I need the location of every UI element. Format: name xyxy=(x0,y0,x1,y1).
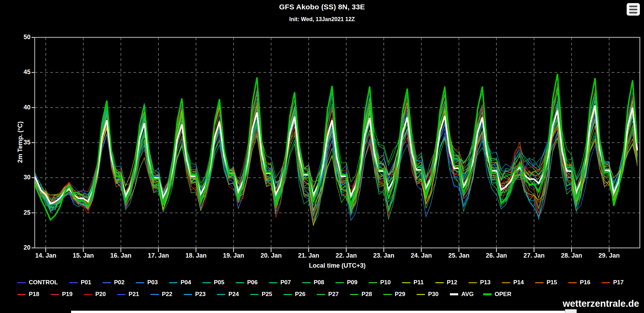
legend-label: P10 xyxy=(380,279,391,286)
legend-item-p25: P25 xyxy=(250,291,284,298)
legend-label: P26 xyxy=(295,291,305,298)
horizontal-scrollbar[interactable] xyxy=(71,311,576,313)
legend-item-p27: P27 xyxy=(317,291,350,298)
legend-label: P06 xyxy=(247,279,258,286)
legend-item-p30: P30 xyxy=(417,291,450,298)
legend-label: P02 xyxy=(114,279,124,286)
legend-item-p23: P23 xyxy=(184,291,217,298)
legend-label: P30 xyxy=(428,291,438,298)
legend-item-p16: P16 xyxy=(568,279,602,286)
legend-item-p07: P07 xyxy=(269,279,302,286)
legend-line-swatch xyxy=(202,282,211,283)
y-tick-label: 30 xyxy=(10,174,31,181)
legend-label: P05 xyxy=(214,279,224,286)
legend-label: P03 xyxy=(147,279,158,286)
horizontal-scrollbar-thumb[interactable] xyxy=(565,309,577,313)
legend-item-p17: P17 xyxy=(602,279,635,286)
legend-line-swatch xyxy=(103,282,111,283)
y-tick-label: 45 xyxy=(10,69,31,76)
legend-row-1: CONTROLP01P02P03P04P05P06P07P08P09P10P11… xyxy=(17,279,638,286)
legend-label: P20 xyxy=(95,291,106,298)
legend-line-swatch xyxy=(169,282,177,283)
legend-item-p12: P12 xyxy=(435,279,469,286)
legend-item-p26: P26 xyxy=(284,291,317,298)
legend-label: P08 xyxy=(314,279,324,286)
x-tick-label: 25. Jan xyxy=(443,252,475,259)
x-tick-label: 29. Jan xyxy=(593,252,625,259)
legend-item-p15: P15 xyxy=(535,279,568,286)
legend-label: OPER xyxy=(495,291,511,298)
legend-line-swatch xyxy=(402,282,410,283)
legend-line-swatch xyxy=(383,294,392,295)
legend-label: CONTROL xyxy=(29,279,58,286)
legend-label: P07 xyxy=(280,279,291,286)
legend-line-swatch xyxy=(450,293,458,295)
legend-label: P29 xyxy=(395,291,405,298)
legend-item-p22: P22 xyxy=(150,291,184,298)
legend-line-swatch xyxy=(502,282,510,283)
legend-item-p24: P24 xyxy=(217,291,250,298)
legend-line-swatch xyxy=(117,294,125,295)
x-tick-label: 19. Jan xyxy=(218,252,249,259)
x-tick-label: 14. Jan xyxy=(30,252,61,259)
legend-line-swatch xyxy=(17,294,26,295)
legend-item-p05: P05 xyxy=(202,279,236,286)
x-tick-label: 23. Jan xyxy=(368,252,399,259)
legend-row-2: P18P19P20P21P22P23P24P25P26P27P28P29P30A… xyxy=(17,291,638,298)
x-tick-label: 20. Jan xyxy=(255,252,287,259)
legend-line-swatch xyxy=(535,282,543,283)
app-root: GFS Akobo (SS) 8N, 33E Init: Wed, 13Jan2… xyxy=(0,0,644,313)
legend-label: P17 xyxy=(613,279,624,286)
legend-item-p28: P28 xyxy=(350,291,383,298)
legend-line-swatch xyxy=(302,282,311,283)
legend-label: P12 xyxy=(447,279,457,286)
legend-line-swatch xyxy=(469,282,477,283)
y-tick-label: 25 xyxy=(10,209,31,216)
legend-item-p20: P20 xyxy=(84,291,117,298)
legend-item-p04: P04 xyxy=(169,279,202,286)
legend-item-p09: P09 xyxy=(336,279,369,286)
legend-item-p19: P19 xyxy=(51,291,84,298)
legend-label: P14 xyxy=(513,279,524,286)
legend-label: P19 xyxy=(62,291,72,298)
legend-item-p18: P18 xyxy=(17,291,51,298)
legend-label: P04 xyxy=(181,279,191,286)
legend-line-swatch xyxy=(417,294,425,295)
legend-line-swatch xyxy=(350,294,358,295)
legend-line-swatch xyxy=(483,293,491,295)
x-tick-label: 15. Jan xyxy=(68,252,99,259)
legend-line-swatch xyxy=(236,282,244,283)
legend-label: P22 xyxy=(162,291,172,298)
legend-item-oper: OPER xyxy=(483,291,516,298)
x-tick-label: 24. Jan xyxy=(406,252,437,259)
x-axis-title: Local time (UTC+3) xyxy=(0,262,644,269)
legend-line-swatch xyxy=(136,282,144,283)
x-tick-label: 28. Jan xyxy=(556,252,587,259)
legend-line-swatch xyxy=(602,282,610,283)
legend-line-swatch xyxy=(568,282,577,283)
legend-line-swatch xyxy=(51,294,59,295)
legend-line-swatch xyxy=(217,294,225,295)
legend-line-swatch xyxy=(269,282,277,283)
x-tick-label: 17. Jan xyxy=(143,252,174,259)
legend-line-swatch xyxy=(369,282,377,283)
legend-label: P01 xyxy=(81,279,91,286)
legend-item-avg: AVG xyxy=(450,291,483,298)
legend-label: P27 xyxy=(328,291,339,298)
legend-item-p10: P10 xyxy=(369,279,402,286)
legend-line-swatch xyxy=(284,294,292,295)
legend-label: P13 xyxy=(480,279,490,286)
x-tick-label: 21. Jan xyxy=(293,252,324,259)
legend-label: P16 xyxy=(580,279,590,286)
legend-line-swatch xyxy=(336,282,344,283)
legend-line-swatch xyxy=(435,282,444,283)
y-axis-title: 2m Temp. (°C) xyxy=(17,115,24,170)
x-tick-label: 18. Jan xyxy=(180,252,211,259)
legend-line-swatch xyxy=(317,294,325,295)
legend-line-swatch xyxy=(69,282,78,283)
legend-item-p01: P01 xyxy=(69,279,103,286)
legend-item-p13: P13 xyxy=(469,279,502,286)
legend-line-swatch xyxy=(184,294,192,295)
legend-item-p21: P21 xyxy=(117,291,150,298)
legend-item-p06: P06 xyxy=(236,279,269,286)
